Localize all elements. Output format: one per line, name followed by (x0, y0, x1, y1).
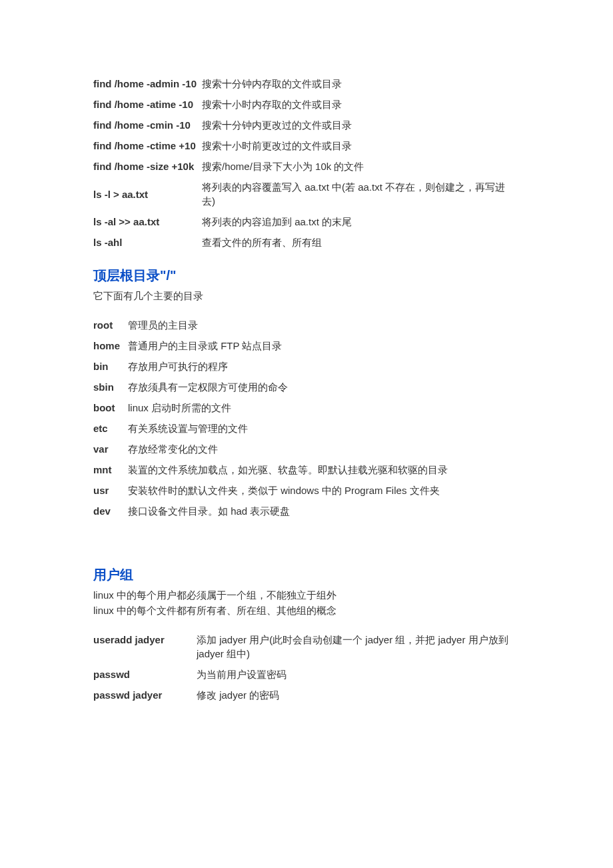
description-cell: linux 启动时所需的文件 (128, 397, 520, 418)
command-cell: find /home -atime -10 (93, 94, 202, 115)
description-cell: 添加 jadyer 用户(此时会自动创建一个 jadyer 组，并把 jadye… (197, 629, 520, 664)
command-table-root-dirs: root管理员的主目录home普通用户的主目录或 FTP 站点目录bin存放用户… (93, 315, 520, 521)
section-heading-root: 顶层根目录"/" (93, 266, 520, 285)
command-cell: ls -al >> aa.txt (93, 211, 202, 232)
table-row: ls -ahl查看文件的所有者、所有组 (93, 232, 520, 253)
table-row: root管理员的主目录 (93, 315, 520, 335)
table-row: find /home -cmin -10搜索十分钟内更改过的文件或目录 (93, 115, 520, 135)
description-cell: 搜索十分钟内更改过的文件或目录 (202, 115, 520, 135)
description-cell: 存放须具有一定权限方可使用的命令 (128, 377, 520, 397)
command-cell: find /home -admin -10 (93, 73, 202, 94)
description-cell: 搜索十小时内存取的文件或目录 (202, 94, 520, 115)
table-row: passwd为当前用户设置密码 (93, 664, 520, 685)
command-table-user-group: useradd jadyer添加 jadyer 用户(此时会自动创建一个 jad… (93, 629, 520, 705)
table-row: dev接口设备文件目录。如 had 表示硬盘 (93, 501, 520, 521)
description-cell: 装置的文件系统加载点，如光驱、软盘等。即默认挂载光驱和软驱的目录 (128, 459, 520, 480)
description-cell: 将列表的内容覆盖写入 aa.txt 中(若 aa.txt 不存在，则创建之，再写… (202, 177, 520, 211)
description-cell: 接口设备文件目录。如 had 表示硬盘 (128, 501, 520, 521)
command-cell: ls -l > aa.txt (93, 177, 202, 211)
description-cell: 存放经常变化的文件 (128, 439, 520, 459)
table-row: var存放经常变化的文件 (93, 439, 520, 459)
table-row: mnt装置的文件系统加载点，如光驱、软盘等。即默认挂载光驱和软驱的目录 (93, 459, 520, 480)
table-row: bootlinux 启动时所需的文件 (93, 397, 520, 418)
table-row: useradd jadyer添加 jadyer 用户(此时会自动创建一个 jad… (93, 629, 520, 664)
command-cell: find /home -size +10k (93, 156, 202, 177)
description-cell: 修改 jadyer 的密码 (197, 685, 520, 705)
description-cell: 搜索/home/目录下大小为 10k 的文件 (202, 156, 520, 177)
command-cell: boot (93, 397, 128, 418)
description-cell: 普通用户的主目录或 FTP 站点目录 (128, 335, 520, 356)
command-cell: ls -ahl (93, 232, 202, 253)
table-row: find /home -ctime +10搜索十小时前更改过的文件或目录 (93, 135, 520, 156)
description-cell: 有关系统设置与管理的文件 (128, 418, 520, 439)
section-heading-group: 用户组 (93, 565, 520, 584)
table-row: find /home -atime -10搜索十小时内存取的文件或目录 (93, 94, 520, 115)
command-cell: passwd (93, 664, 197, 685)
table-row: sbin存放须具有一定权限方可使用的命令 (93, 377, 520, 397)
command-cell: bin (93, 356, 128, 377)
command-cell: find /home -ctime +10 (93, 135, 202, 156)
description-cell: 为当前用户设置密码 (197, 664, 520, 685)
section-subtitle-group-2: linux 中的每个文件都有所有者、所在组、其他组的概念 (93, 603, 520, 617)
description-cell: 管理员的主目录 (128, 315, 520, 335)
command-cell: dev (93, 501, 128, 521)
table-row: etc有关系统设置与管理的文件 (93, 418, 520, 439)
table-row: ls -al >> aa.txt将列表的内容追加到 aa.txt 的末尾 (93, 211, 520, 232)
description-cell: 将列表的内容追加到 aa.txt 的末尾 (202, 211, 520, 232)
description-cell: 存放用户可执行的程序 (128, 356, 520, 377)
command-cell: sbin (93, 377, 128, 397)
section-subtitle-group-1: linux 中的每个用户都必须属于一个组，不能独立于组外 (93, 588, 520, 602)
command-cell: find /home -cmin -10 (93, 115, 202, 135)
command-cell: etc (93, 418, 128, 439)
description-cell: 查看文件的所有者、所有组 (202, 232, 520, 253)
description-cell: 安装软件时的默认文件夹，类似于 windows 中的 Program Files… (128, 480, 520, 501)
table-row: find /home -admin -10搜索十分钟内存取的文件或目录 (93, 73, 520, 94)
table-row: bin存放用户可执行的程序 (93, 356, 520, 377)
table-row: passwd jadyer修改 jadyer 的密码 (93, 685, 520, 705)
table-row: find /home -size +10k搜索/home/目录下大小为 10k … (93, 156, 520, 177)
command-cell: useradd jadyer (93, 629, 197, 664)
command-cell: usr (93, 480, 128, 501)
section-subtitle-root: 它下面有几个主要的目录 (93, 289, 520, 303)
command-cell: var (93, 439, 128, 459)
table-row: usr安装软件时的默认文件夹，类似于 windows 中的 Program Fi… (93, 480, 520, 501)
description-cell: 搜索十分钟内存取的文件或目录 (202, 73, 520, 94)
command-table-find-ls: find /home -admin -10搜索十分钟内存取的文件或目录find … (93, 73, 520, 253)
table-row: home普通用户的主目录或 FTP 站点目录 (93, 335, 520, 356)
table-row: ls -l > aa.txt将列表的内容覆盖写入 aa.txt 中(若 aa.t… (93, 177, 520, 211)
description-cell: 搜索十小时前更改过的文件或目录 (202, 135, 520, 156)
command-cell: root (93, 315, 128, 335)
command-cell: home (93, 335, 128, 356)
command-cell: mnt (93, 459, 128, 480)
command-cell: passwd jadyer (93, 685, 197, 705)
